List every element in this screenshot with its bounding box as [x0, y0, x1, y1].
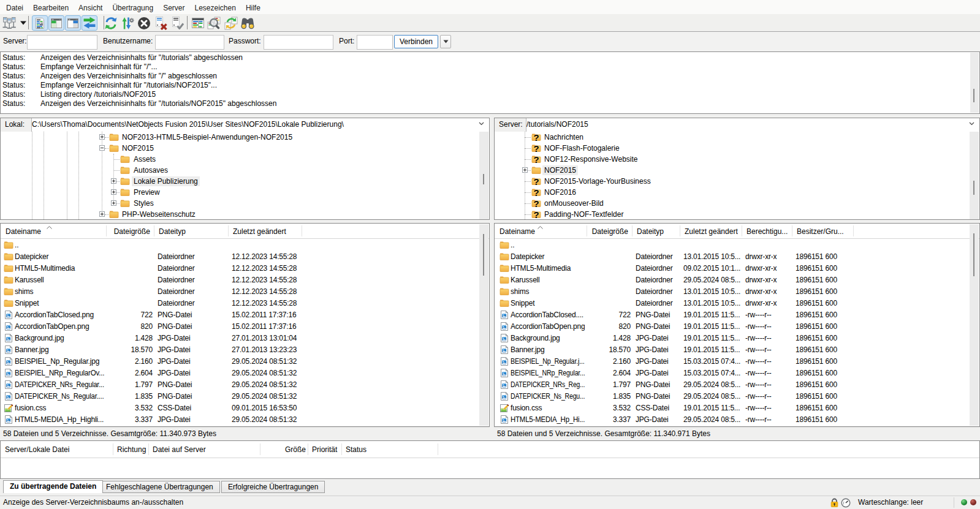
- file-row[interactable]: fusion.css3.532CSS-Datei19.01.2015 11:5.…: [495, 402, 979, 414]
- column-separator[interactable]: [302, 225, 302, 236]
- column-header[interactable]: Dateigröße: [111, 224, 150, 238]
- column-separator[interactable]: [853, 225, 854, 236]
- queue-column-separator[interactable]: [260, 443, 260, 455]
- file-row[interactable]: DATEPICKER_Ns_Regular....1.835PNG-Datei2…: [1, 391, 489, 402]
- remote-path-combobox[interactable]: /tutorials/NOF2015: [526, 118, 967, 132]
- file-row[interactable]: DatepickerDateiordner12.12.2023 14:55:28: [1, 251, 489, 263]
- combo-dropdown-icon[interactable]: [478, 120, 487, 129]
- message-log[interactable]: Status:Anzeigen des Verzeichnisinhalts f…: [0, 51, 980, 114]
- file-row[interactable]: AccordionTabClosed.png722PNG-Datei15.02.…: [1, 309, 489, 321]
- port-input[interactable]: [357, 35, 393, 50]
- local-file-list[interactable]: DateinameDateigrößeDateitypZuletzt geänd…: [0, 223, 490, 427]
- tree-item[interactable]: Assets: [1, 154, 489, 165]
- tree-expand-icon[interactable]: [99, 211, 105, 217]
- reconnect-button[interactable]: [169, 15, 185, 31]
- column-header[interactable]: Dateityp: [637, 224, 676, 238]
- menu--bertragung[interactable]: Übertragung: [107, 0, 158, 14]
- file-row[interactable]: DATEPICKER_Ns_Regu...1.835PNG-Datei29.05…: [495, 391, 979, 402]
- file-row[interactable]: HTML5-MultimediaDateiordner12.12.2023 14…: [1, 263, 489, 274]
- queue-column-header[interactable]: Server/Lokale Datei: [5, 441, 111, 458]
- column-separator[interactable]: [742, 225, 742, 236]
- tree-expand-icon[interactable]: [111, 189, 116, 195]
- remote-tree[interactable]: ? Nachrichten ? NOF-Flash-Fotogalerie ? …: [494, 132, 980, 220]
- file-row[interactable]: AccordionTabClosed....722PNG-Datei19.01.…: [495, 309, 979, 321]
- process-queue-button[interactable]: [120, 15, 135, 31]
- tree-item[interactable]: ? NOF2016: [495, 187, 979, 198]
- file-row[interactable]: BEISPIEL_Np_Regular.jpg2.160JPG-Datei29.…: [1, 356, 489, 368]
- column-header[interactable]: Berechtigu...: [746, 224, 788, 238]
- host-input[interactable]: [27, 35, 97, 50]
- tree-item[interactable]: ? Padding-NOF-Textfelder: [495, 209, 979, 220]
- menu-datei[interactable]: Datei: [1, 0, 28, 14]
- lock-icon[interactable]: [830, 498, 839, 508]
- column-separator[interactable]: [632, 225, 632, 236]
- local-path-combobox[interactable]: C:\Users\Thoma\Documents\NetObjects Fusi…: [32, 118, 477, 132]
- tree-item[interactable]: NOF2015: [495, 165, 979, 176]
- column-header[interactable]: Besitzer/Gru...: [797, 224, 849, 238]
- transfer-queue[interactable]: Server/Lokale DateiRichtungDatei auf Ser…: [0, 440, 980, 479]
- site-manager-button[interactable]: [1, 15, 17, 31]
- file-row[interactable]: Background.jpg1.428JPG-Datei27.01.2013 1…: [1, 333, 489, 344]
- menu-bearbeiten[interactable]: Bearbeiten: [28, 0, 74, 14]
- tree-item[interactable]: Autosaves: [1, 165, 489, 176]
- tree-item[interactable]: ? Nachrichten: [495, 132, 979, 143]
- menu-hilfe[interactable]: Hilfe: [241, 0, 265, 14]
- find-files-button[interactable]: [240, 15, 256, 31]
- file-row[interactable]: DATEPICKER_NRs_Reg...1.797PNG-Datei29.05…: [495, 379, 979, 391]
- tree-item[interactable]: ? NOF12-Responsive-Website: [495, 154, 979, 165]
- file-row[interactable]: SnippetDateiordner12.12.2023 14:55:28: [1, 298, 489, 309]
- file-row[interactable]: HTML5-MEDIA_Hp_Hi...3.337JPG-Datei29.05.…: [495, 414, 979, 426]
- tree-scrollbar-thumb[interactable]: [483, 174, 484, 184]
- queue-column-separator[interactable]: [341, 443, 342, 455]
- site-manager-dropdown-button[interactable]: [19, 15, 28, 31]
- column-header[interactable]: Dateiname: [6, 224, 102, 238]
- toggle-local-tree-button[interactable]: [48, 15, 64, 31]
- file-row[interactable]: KarussellDateiordner12.12.2023 14:55:28: [1, 274, 489, 286]
- file-row[interactable]: AccordionTabOpen.png820PNG-Datei15.02.20…: [1, 321, 489, 333]
- column-header[interactable]: Dateityp: [159, 224, 224, 238]
- file-row[interactable]: BEISPIEL_NRp_Regular...2.604JPG-Datei15.…: [495, 368, 979, 379]
- file-row[interactable]: HTML5-MultimediaDateiordner09.02.2015 10…: [495, 263, 979, 274]
- synchronized-browsing-button[interactable]: [223, 15, 239, 31]
- speed-limits-icon[interactable]: [841, 498, 851, 508]
- file-row[interactable]: Banner.jpg18.570JPG-Datei19.01.2015 11:5…: [495, 344, 979, 356]
- queue-column-header[interactable]: Datei auf Server: [153, 441, 258, 458]
- tree-item[interactable]: PHP-Webseitenschutz: [1, 209, 489, 220]
- tree-collapse-icon[interactable]: [99, 145, 105, 151]
- menu-ansicht[interactable]: Ansicht: [74, 0, 107, 14]
- tree-item[interactable]: Preview: [1, 187, 489, 198]
- tree-item[interactable]: Lokale Publizierung: [1, 176, 489, 187]
- tree-expand-icon[interactable]: [111, 178, 116, 184]
- file-row[interactable]: AccordionTabOpen.png820PNG-Datei19.01.20…: [495, 321, 979, 333]
- queue-column-header[interactable]: Status: [346, 441, 436, 458]
- toggle-remote-tree-button[interactable]: [65, 15, 81, 31]
- queue-tab[interactable]: Zu übertragende Dateien: [3, 480, 103, 493]
- menu-lesezeichen[interactable]: Lesezeichen: [189, 0, 240, 14]
- combo-dropdown-icon[interactable]: [968, 120, 977, 129]
- tree-item[interactable]: NOF2013-HTML5-Beispiel-Anwendungen-NOF20…: [1, 132, 489, 143]
- tree-expand-icon[interactable]: [99, 134, 105, 140]
- column-separator[interactable]: [792, 225, 792, 236]
- filter-button[interactable]: [190, 15, 206, 31]
- username-input[interactable]: [155, 35, 224, 50]
- file-row[interactable]: BEISPIEL_NRp_RegularOv...2.604JPG-Datei2…: [1, 368, 489, 379]
- queue-column-separator[interactable]: [438, 443, 438, 455]
- file-row[interactable]: fusion.css3.532CSS-Datei09.01.2015 16:53…: [1, 402, 489, 414]
- column-header[interactable]: Zuletzt geändert: [685, 224, 738, 238]
- disconnect-button[interactable]: [153, 15, 169, 31]
- column-separator[interactable]: [106, 225, 107, 236]
- column-separator[interactable]: [228, 225, 229, 236]
- file-row[interactable]: KarussellDateiordner29.05.2024 08:5...dr…: [495, 274, 979, 286]
- tree-scrollbar[interactable]: [970, 132, 979, 219]
- file-row[interactable]: Banner.jpg18.570JPG-Datei27.01.2013 13:2…: [1, 344, 489, 356]
- toggle-transfer-queue-button[interactable]: [82, 15, 97, 31]
- file-row[interactable]: BEISPIEL_Np_Regular.j...2.160JPG-Datei15…: [495, 356, 979, 368]
- tree-item[interactable]: NOF2015: [1, 143, 489, 154]
- column-separator[interactable]: [587, 225, 587, 236]
- file-row[interactable]: shimsDateiordner13.01.2015 10:5...drwxr-…: [495, 286, 979, 298]
- file-row[interactable]: ..: [495, 239, 979, 251]
- tree-expand-icon[interactable]: [111, 200, 116, 206]
- tree-scrollbar-thumb[interactable]: [973, 181, 974, 195]
- file-row[interactable]: SnippetDateiordner13.01.2015 10:5...drwx…: [495, 298, 979, 309]
- file-row[interactable]: HTML5-MEDIA_Hp_Highli...3.337JPG-Datei29…: [1, 414, 489, 426]
